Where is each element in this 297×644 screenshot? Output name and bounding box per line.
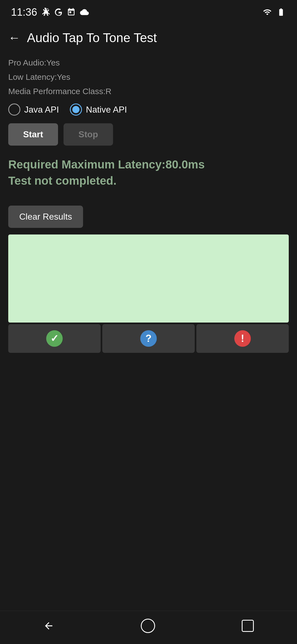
- result-display: Required Maximum Latency:80.0ms Test not…: [8, 157, 289, 189]
- java-api-option[interactable]: Java API: [8, 103, 59, 116]
- java-api-radio[interactable]: [8, 103, 20, 116]
- status-icon-row: ✓ ? !: [8, 324, 289, 353]
- content-area: Pro Audio:Yes Low Latency:Yes Media Perf…: [0, 51, 297, 644]
- low-latency-info: Low Latency:Yes: [8, 70, 289, 84]
- status-icons-right: [262, 8, 286, 17]
- calendar-icon: [67, 8, 76, 17]
- result-line-1: Required Maximum Latency:80.0ms: [8, 157, 289, 173]
- native-api-radio[interactable]: [70, 103, 82, 116]
- clear-results-button[interactable]: Clear Results: [8, 206, 83, 228]
- navigation-bar: [0, 611, 297, 644]
- battery-icon: [276, 8, 286, 17]
- cloud-icon: [79, 8, 89, 17]
- google-icon: [54, 8, 63, 17]
- pro-audio-info: Pro Audio:Yes: [8, 56, 289, 69]
- info-button[interactable]: ?: [102, 324, 195, 353]
- fan-icon: [42, 8, 50, 17]
- native-api-option[interactable]: Native API: [70, 103, 127, 116]
- wifi-icon: [262, 8, 273, 17]
- page-title: Audio Tap To Tone Test: [27, 30, 157, 45]
- header: ← Audio Tap To Tone Test: [0, 22, 297, 51]
- native-api-radio-inner: [72, 106, 79, 113]
- nav-back-button[interactable]: [43, 620, 54, 631]
- nav-recent-button[interactable]: [242, 620, 254, 632]
- stop-button[interactable]: Stop: [64, 123, 113, 146]
- nav-home-button[interactable]: [141, 619, 155, 633]
- radio-group: Java API Native API: [8, 103, 289, 116]
- home-circle: [141, 619, 155, 633]
- native-api-label: Native API: [86, 105, 127, 115]
- media-performance-info: Media Performance Class:R: [8, 85, 289, 98]
- java-api-label: Java API: [24, 105, 59, 115]
- question-icon: ?: [140, 330, 157, 347]
- check-icon: ✓: [46, 330, 63, 347]
- warning-button[interactable]: !: [196, 324, 289, 353]
- status-icons-left: [42, 8, 89, 17]
- status-time: 11:36: [11, 6, 37, 18]
- back-button[interactable]: ←: [8, 32, 20, 44]
- result-line-2: Test not completed.: [8, 173, 289, 189]
- visualization-area: [8, 234, 289, 323]
- action-buttons: Start Stop: [8, 123, 289, 146]
- pass-button[interactable]: ✓: [8, 324, 101, 353]
- start-button[interactable]: Start: [8, 123, 58, 146]
- recent-square: [242, 620, 254, 632]
- warning-icon: !: [234, 330, 251, 347]
- status-bar: 11:36: [0, 0, 297, 22]
